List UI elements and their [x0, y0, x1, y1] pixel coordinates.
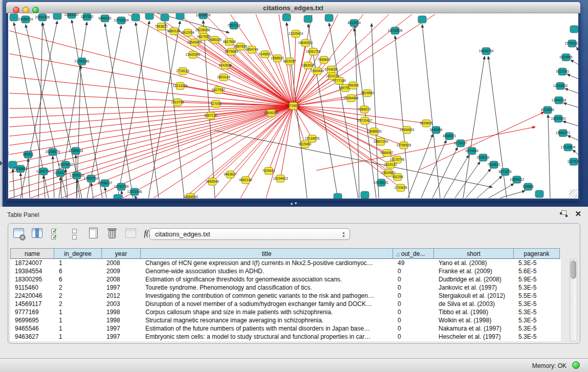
graph-node[interactable]: 12444134 — [552, 97, 567, 104]
graph-node[interactable]: 9146821 — [258, 51, 272, 58]
graph-node[interactable]: 15892971 — [556, 129, 571, 137]
cell-pagerank[interactable]: 5.3E-5 — [514, 333, 560, 341]
cell-in_degree[interactable]: 1 — [54, 324, 102, 333]
graph-node[interactable] — [325, 14, 333, 21]
select-rows-icon[interactable] — [50, 227, 63, 241]
cell-title[interactable]: Corpus callosum shape and size in male p… — [141, 308, 393, 316]
graph-node[interactable] — [161, 14, 169, 21]
graph-node[interactable]: 12093832 — [553, 82, 568, 90]
cell-in_degree[interactable]: 6 — [54, 275, 102, 283]
table-row[interactable]: 946362711997Embryonic stem cells: a mode… — [10, 333, 561, 341]
cell-year[interactable]: 2009 — [102, 267, 141, 275]
graph-node[interactable]: 7963822 — [155, 23, 168, 30]
graph-node[interactable]: 1145193 — [54, 169, 67, 177]
cell-name[interactable]: 9777169 — [10, 308, 54, 316]
graph-node[interactable]: 850511 — [23, 151, 34, 158]
graph-node[interactable]: 924565 — [522, 183, 534, 190]
cell-year[interactable]: 1997 — [102, 283, 141, 292]
graph-node[interactable]: 8427552 — [212, 86, 225, 94]
graph-node[interactable]: 9862140 — [239, 177, 252, 184]
cell-pagerank[interactable]: 5.3E-5 — [514, 259, 560, 267]
cell-in_degree[interactable]: 6 — [54, 267, 102, 275]
graph-node[interactable] — [145, 13, 154, 19]
table-row[interactable]: 1456911722003Disruption of a novel membe… — [10, 300, 561, 308]
graph-node[interactable]: 10958107 — [98, 180, 113, 187]
float-window-icon[interactable] — [560, 210, 568, 217]
graph-node[interactable]: 10975487 — [58, 161, 73, 168]
clear-selection-icon[interactable] — [68, 227, 81, 241]
cell-title[interactable]: Genome-wide association studies in ADHD. — [141, 267, 393, 275]
collapsed-control-panel-splitter[interactable] — [0, 0, 3, 207]
graph-node[interactable]: 8912954 — [181, 29, 194, 36]
graph-node[interactable]: 8186328 — [208, 36, 222, 43]
cell-pagerank[interactable]: 5.3E-5 — [514, 300, 560, 308]
cell-name[interactable]: 19384554 — [10, 267, 54, 275]
cell-pagerank[interactable]: 5.3E-5 — [514, 324, 560, 333]
delete-column-icon[interactable] — [105, 227, 119, 241]
column-selector-icon[interactable] — [31, 227, 44, 241]
cell-title[interactable]: Investigating the contribution of common… — [141, 292, 393, 300]
close-icon[interactable]: ✕ — [575, 209, 581, 218]
graph-node[interactable]: 28226058 — [195, 27, 210, 34]
graph-node[interactable]: 19654923 — [400, 126, 415, 134]
graph-node[interactable]: 17359934 — [69, 147, 83, 155]
network-view-window[interactable]: citations_edges.txt 79638228860128891295… — [6, 2, 580, 201]
graph-node[interactable]: 19756928 — [397, 142, 411, 149]
graph-node[interactable]: 9474444 — [465, 147, 478, 155]
graph-node[interactable]: 20206576 — [46, 148, 60, 156]
cell-title[interactable]: Disruption of a novel member of a sodium… — [141, 300, 393, 308]
graph-node[interactable]: 20691406 — [35, 14, 50, 21]
cell-name[interactable]: 9115460 — [10, 283, 54, 292]
cell-out_degree[interactable]: 49 — [393, 259, 434, 267]
graph-node[interactable]: 1810755 — [171, 99, 184, 106]
cell-in_degree[interactable]: 1 — [54, 259, 102, 267]
graph-node[interactable] — [282, 14, 291, 21]
graph-node[interactable]: 10654112 — [510, 176, 525, 183]
cell-out_degree[interactable]: 0 — [393, 275, 434, 283]
cell-year[interactable]: 1997 — [102, 324, 141, 333]
resize-grip[interactable] — [569, 189, 577, 198]
cell-name[interactable]: 14569117 — [10, 300, 54, 308]
cell-short[interactable]: Wolkin et al. (1998) — [434, 316, 514, 324]
graph-node[interactable]: 6794028 — [324, 66, 338, 73]
graph-node[interactable] — [10, 14, 18, 21]
cell-name[interactable]: 9699695 — [10, 316, 54, 324]
graph-node[interactable]: 21053346 — [75, 58, 90, 65]
graph-node[interactable]: 12213359 — [173, 82, 188, 90]
column-header-short[interactable]: short — [434, 248, 514, 259]
cell-in_degree[interactable]: 2 — [54, 292, 102, 300]
graph-node[interactable]: 10719194 — [114, 17, 129, 24]
cell-title[interactable]: Structural magnetic resonance image aver… — [141, 316, 393, 324]
graph-node[interactable]: 9875685 — [225, 48, 238, 55]
table-row[interactable]: 946554611997Estimation of the future num… — [10, 324, 561, 333]
graph-node[interactable] — [132, 14, 140, 21]
graph-node[interactable]: 117006 — [210, 100, 222, 107]
cell-year[interactable]: 2012 — [102, 292, 141, 300]
graph-node[interactable]: 6179197 — [454, 140, 467, 147]
graph-node[interactable]: 6822057 — [283, 58, 296, 65]
graph-node[interactable]: 9115460 — [299, 141, 312, 148]
cell-pagerank[interactable]: 5.3E-5 — [514, 283, 560, 292]
cell-title[interactable]: Estimation of significance thresholds fo… — [141, 275, 393, 283]
cell-pagerank[interactable]: 5.6E-5 — [514, 267, 560, 275]
graph-node[interactable]: 2935114 — [477, 154, 490, 161]
graph-node[interactable]: 7632621 — [487, 161, 500, 168]
table-row[interactable]: 977716911998Corpus callosum shape and si… — [10, 308, 561, 316]
graph-node[interactable]: 746266 — [347, 82, 359, 89]
cell-title[interactable]: Estimation of the future numbers of pati… — [141, 324, 393, 333]
new-column-icon[interactable] — [87, 227, 100, 241]
cell-out_degree[interactable]: 0 — [393, 324, 434, 333]
scrollbar-thumb[interactable] — [571, 260, 576, 279]
cell-pagerank[interactable]: 5.9E-5 — [514, 275, 560, 283]
cell-title[interactable]: Embryonic stem cells: a model to study s… — [141, 333, 393, 341]
cell-short[interactable]: Dudbridge et al. (2008) — [434, 275, 514, 283]
column-header-year[interactable]: year — [102, 248, 141, 259]
cell-pagerank[interactable]: 5.5E-5 — [514, 292, 560, 300]
graph-node[interactable]: 14136141 — [374, 179, 389, 186]
network-window-titlebar[interactable]: citations_edges.txt — [6, 2, 580, 13]
graph-node[interactable]: 19384554 — [183, 193, 198, 199]
graph-node[interactable]: 9465546 — [206, 178, 219, 185]
graph-node[interactable]: 12325419 — [289, 30, 303, 37]
citation-network-graph[interactable]: 7963822886012889129542822605898275051654… — [8, 13, 578, 199]
graph-node[interactable]: 8860128 — [167, 28, 181, 35]
